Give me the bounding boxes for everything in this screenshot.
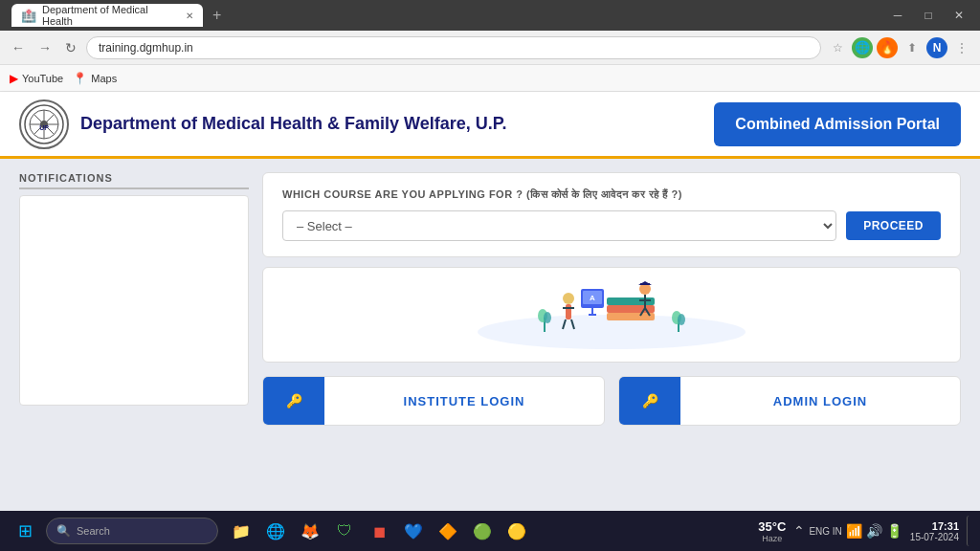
browser-icon-3[interactable]: ⬆ [902,37,923,58]
notifications-title: NOTIFICATIONS [19,172,249,189]
battery-icon[interactable]: 🔋 [886,523,902,539]
select-row: – Select – PROCEED [282,210,941,241]
institute-login-icon-box: 🔑 [263,377,324,425]
taskbar-search-placeholder: Search [77,525,110,537]
refresh-button[interactable]: ↻ [61,38,80,57]
lang-label[interactable]: ENG IN [809,526,841,537]
browser-icon-1[interactable]: 🌐 [852,37,873,58]
browser-toolbar-icons: ☆ 🌐 🔥 ⬆ N ⋮ [827,37,972,58]
browser-icon-2[interactable]: 🔥 [877,37,898,58]
admin-login-card[interactable]: 🔑 ADMIN LOGIN [618,376,961,426]
illustration-card: A [262,267,961,363]
taskbar-files-icon[interactable]: 📁 [226,516,256,546]
minimize-button[interactable]: ─ [884,6,911,25]
taskbar-chrome-icon[interactable]: 🟢 [467,516,498,546]
window-controls: ─ □ ✕ [884,6,972,25]
browser-tab[interactable]: 🏥 Department of Medical Health ✕ [11,4,203,27]
svg-point-19 [563,293,574,304]
youtube-icon: ▶ [10,72,18,85]
taskbar-app5-icon[interactable]: 🔶 [433,516,463,546]
notifications-panel: NOTIFICATIONS [19,172,249,497]
wifi-icon[interactable]: 📶 [846,523,862,539]
bookmark-maps-label: Maps [91,73,117,84]
portal-button[interactable]: Combined Admission Portal [714,102,961,146]
svg-rect-20 [566,304,571,320]
windows-icon: ⊞ [18,520,33,541]
tab-close-button[interactable]: ✕ [186,11,193,21]
svg-rect-27 [589,314,596,316]
weather-temp: 35°C [758,519,786,534]
svg-point-31 [544,312,551,323]
taskbar-app2-icon[interactable]: 🛡 [329,516,360,546]
tray-icon-1[interactable]: ⌃ [793,523,805,539]
institute-key-icon: 🔑 [286,393,302,408]
taskbar-chrome2-icon[interactable]: 🟡 [501,516,532,546]
logo-svg: UP [23,103,65,145]
browser-titlebar: 🏥 Department of Medical Health ✕ + ─ □ ✕ [0,0,980,31]
clock-time: 17:31 [910,520,959,532]
course-label: WHICH COURSE ARE YOU APPLYING FOR ? (किस… [282,188,941,201]
taskbar-app1-icon[interactable]: 🦊 [295,516,325,546]
bookmark-icon[interactable]: ☆ [827,37,848,58]
logo-area: UP Department of Medical Health & Family… [19,99,506,149]
new-tab-button[interactable]: + [207,7,227,24]
bookmark-youtube[interactable]: ▶ YouTube [10,72,63,85]
institute-login-label: INSTITUTE LOGIN [324,394,604,408]
bookmark-maps[interactable]: 📍 Maps [73,72,117,85]
svg-rect-9 [607,313,655,320]
bookmark-youtube-label: YouTube [22,73,63,84]
bookmarks-bar: ▶ YouTube 📍 Maps [0,65,980,92]
url-input[interactable] [86,36,821,59]
org-name: Department of Medical Health & Family We… [80,114,506,134]
notifications-box [19,195,249,406]
tab-favicon: 🏥 [21,9,36,23]
taskbar: ⊞ 🔍 Search 📁 🌐 🦊 🛡 ◼ 💙 🔶 🟢 🟡 35°C Haze ⌃… [0,511,980,551]
taskbar-app3-icon[interactable]: ◼ [364,516,394,546]
maximize-button[interactable]: □ [915,6,942,25]
course-select[interactable]: – Select – [282,210,836,241]
svg-text:UP: UP [39,124,49,131]
taskbar-right: 35°C Haze ⌃ ENG IN 📶 🔊 🔋 17:31 15-07-202… [758,516,972,546]
start-button[interactable]: ⊞ [8,514,42,548]
volume-icon[interactable]: 🔊 [866,523,882,539]
close-window-button[interactable]: ✕ [946,6,972,25]
right-panel: WHICH COURSE ARE YOU APPLYING FOR ? (किस… [262,172,961,497]
proceed-button[interactable]: PROCEED [846,211,941,240]
taskbar-app4-icon[interactable]: 💙 [398,516,429,546]
system-tray-icons: ⌃ ENG IN 📶 🔊 🔋 [793,523,902,539]
clock-date: 15-07-2024 [910,532,959,542]
user-icon[interactable]: N [926,37,947,58]
main-content: NOTIFICATIONS WHICH COURSE ARE YOU APPLY… [0,159,980,511]
back-button[interactable]: ← [8,38,29,57]
taskbar-app-icons: 📁 🌐 🦊 🛡 ◼ 💙 🔶 🟢 🟡 [226,516,532,546]
weather-condition: Haze [758,534,786,543]
svg-text:A: A [590,294,595,302]
forward-button[interactable]: → [34,38,56,57]
clock-area[interactable]: 17:31 15-07-2024 [910,520,959,542]
admin-login-label: ADMIN LOGIN [680,394,960,408]
site-header: UP Department of Medical Health & Family… [0,92,980,159]
admin-login-icon-box: 🔑 [619,377,680,425]
taskbar-search[interactable]: 🔍 Search [46,518,218,544]
maps-icon: 📍 [73,72,87,85]
weather-widget: 35°C Haze [758,519,786,543]
org-logo: UP [19,99,69,149]
login-bar: 🔑 INSTITUTE LOGIN 🔑 ADMIN LOGIN [262,376,961,426]
illustration-svg: A [458,279,765,351]
tab-title: Department of Medical Health [42,4,176,27]
course-selection-card: WHICH COURSE ARE YOU APPLYING FOR ? (किस… [262,172,961,257]
institute-login-card[interactable]: 🔑 INSTITUTE LOGIN [262,376,605,426]
address-bar: ← → ↻ ☆ 🌐 🔥 ⬆ N ⋮ [0,31,980,65]
svg-point-34 [678,314,685,325]
menu-icon[interactable]: ⋮ [951,37,972,58]
taskbar-search-icon: 🔍 [56,524,71,538]
taskbar-browser-icon[interactable]: 🌐 [260,516,291,546]
admin-key-icon: 🔑 [642,393,658,408]
show-desktop-button[interactable] [967,516,972,546]
